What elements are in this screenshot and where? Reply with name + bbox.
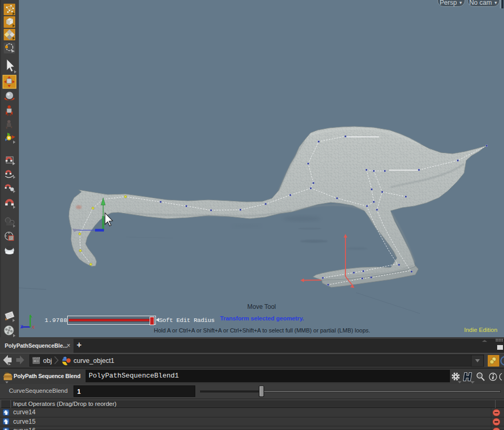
svg-text:z: z [20, 324, 24, 330]
svg-text:x: x [32, 324, 35, 330]
